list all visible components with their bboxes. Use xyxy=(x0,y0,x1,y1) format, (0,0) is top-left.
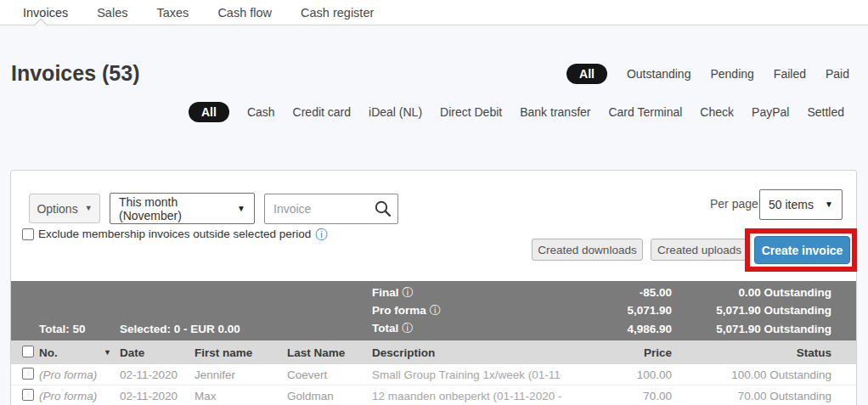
status-filter-pending[interactable]: Pending xyxy=(710,67,753,81)
status-filter-paid[interactable]: Paid xyxy=(826,67,849,81)
payment-filter-ideal[interactable]: iDeal (NL) xyxy=(369,105,422,119)
cell-status: 70.00 Outstanding xyxy=(672,390,831,402)
status-filter-outstanding[interactable]: Outstanding xyxy=(627,67,691,81)
chevron-down-icon: ▼ xyxy=(85,205,93,212)
nav-item-sales[interactable]: Sales xyxy=(97,6,127,20)
payment-filter-check[interactable]: Check xyxy=(700,105,734,119)
table-row[interactable]: (Pro forma) 02-11-2020 Jennifer Coevert … xyxy=(11,364,856,385)
chevron-down-icon: ▼ xyxy=(237,205,245,213)
row-checkbox[interactable] xyxy=(22,389,34,401)
payment-filter-all[interactable]: All xyxy=(189,102,229,122)
cell-description: 12 maanden onbeperkt (01-11-2020 - 30-11… xyxy=(372,390,561,402)
column-no[interactable]: No. xyxy=(39,346,58,359)
search-icon[interactable] xyxy=(374,200,392,218)
payment-filter-cash[interactable]: Cash xyxy=(247,105,275,119)
summary-total-amount: 4,986.90 xyxy=(561,323,672,335)
per-page-label: Per page: xyxy=(710,197,762,211)
payment-filter-credit-card[interactable]: Credit card xyxy=(293,105,351,119)
nav-item-invoices[interactable]: Invoices xyxy=(23,6,68,20)
column-first-name[interactable]: First name xyxy=(194,346,287,359)
cell-last-name: Goldman xyxy=(287,390,372,402)
nav-item-taxes[interactable]: Taxes xyxy=(156,6,189,20)
summary-final-status: 0.00 Outstanding xyxy=(672,286,831,299)
summary-final-amount: -85.00 xyxy=(561,286,672,299)
summary-final-label: Final xyxy=(372,286,399,299)
summary-proforma-amount: 5,071.90 xyxy=(561,304,672,317)
invoices-page: Invoices Sales Taxes Cash flow Cash regi… xyxy=(0,0,868,405)
chevron-down-icon: ▼ xyxy=(825,200,833,209)
info-icon[interactable]: ⓘ xyxy=(402,322,413,335)
summary-total-count: Total: 50 xyxy=(39,323,120,335)
invoices-panel: Options ▼ This month (November) ▼ Per pa… xyxy=(10,170,857,405)
payment-filter-paypal[interactable]: PayPal xyxy=(752,105,789,119)
period-select-value: This month (November) xyxy=(119,195,237,222)
cell-date: 02-11-2020 xyxy=(120,390,194,402)
summary-proforma-label: Pro forma xyxy=(372,304,426,317)
cell-date: 02-11-2020 xyxy=(120,368,194,381)
top-nav: Invoices Sales Taxes Cash flow Cash regi… xyxy=(0,0,868,25)
info-icon[interactable]: ⓘ xyxy=(315,228,327,240)
payment-filter-row: All Cash Credit card iDeal (NL) Direct D… xyxy=(189,101,844,123)
cell-status: 100.00 Outstanding xyxy=(672,368,831,381)
summary-selected: Selected: 0 - EUR 0.00 xyxy=(120,323,372,335)
created-uploads-button[interactable]: Created uploads xyxy=(651,239,748,261)
invoice-search xyxy=(264,194,398,224)
options-button[interactable]: Options ▼ xyxy=(29,194,100,223)
info-icon[interactable]: ⓘ xyxy=(403,286,414,299)
payment-filter-card-terminal[interactable]: Card Terminal xyxy=(608,105,682,119)
cell-price: 100.00 xyxy=(561,368,672,381)
exclude-membership-checkbox[interactable] xyxy=(22,228,34,240)
summary-row-proforma: Pro formaⓘ 5,071.90 5,071.90 Outstanding xyxy=(11,301,856,319)
payment-filter-direct-debit[interactable]: Direct Debit xyxy=(440,105,502,119)
payment-filter-settled[interactable]: Settled xyxy=(807,105,844,119)
summary-total-label: Total xyxy=(372,322,398,335)
period-select[interactable]: This month (November) ▼ xyxy=(110,193,255,224)
summary-row-final: Finalⓘ -85.00 0.00 Outstanding xyxy=(11,284,856,301)
cell-no: (Pro forma) xyxy=(39,368,120,381)
page-title: Invoices (53) xyxy=(11,61,139,86)
cell-first-name: Max xyxy=(194,390,287,402)
options-button-label: Options xyxy=(37,202,77,216)
cell-price: 70.00 xyxy=(561,390,672,402)
create-invoice-button[interactable]: Create invoice xyxy=(754,236,850,264)
summary-total-status: 5,071.90 Outstanding xyxy=(672,323,831,335)
column-last-name[interactable]: Last Name xyxy=(287,346,372,359)
cell-last-name: Coevert xyxy=(287,368,372,381)
column-price[interactable]: Price xyxy=(561,346,672,359)
nav-item-cash-flow[interactable]: Cash flow xyxy=(217,6,272,20)
cell-first-name: Jennifer xyxy=(194,368,287,381)
table-header: No. ▼ Date First name Last Name Descript… xyxy=(11,340,856,364)
table-row[interactable]: (Pro forma) 02-11-2020 Max Goldman 12 ma… xyxy=(11,385,856,405)
per-page-select-value: 50 items xyxy=(769,198,814,211)
sort-desc-icon[interactable]: ▼ xyxy=(104,348,111,357)
cell-no: (Pro forma) xyxy=(39,390,120,402)
column-date[interactable]: Date xyxy=(120,346,194,359)
exclude-membership-label: Exclude membership invoices outside sele… xyxy=(38,228,311,240)
column-status[interactable]: Status xyxy=(672,346,831,359)
exclude-membership-row: Exclude membership invoices outside sele… xyxy=(22,228,327,240)
column-description[interactable]: Description xyxy=(372,346,561,359)
summary-proforma-status: 5,071.90 Outstanding xyxy=(672,304,831,317)
status-filter-row: All Outstanding Pending Failed Paid xyxy=(566,63,849,85)
status-filter-all[interactable]: All xyxy=(566,64,607,84)
status-filter-failed[interactable]: Failed xyxy=(774,67,806,81)
created-downloads-button[interactable]: Created downloads xyxy=(532,239,643,261)
per-page-select[interactable]: 50 items ▼ xyxy=(759,189,843,220)
summary-bar: Finalⓘ -85.00 0.00 Outstanding Pro forma… xyxy=(11,281,856,340)
select-all-checkbox[interactable] xyxy=(22,346,34,357)
payment-filter-bank-transfer[interactable]: Bank transfer xyxy=(520,105,590,119)
summary-row-total: Total: 50 Selected: 0 - EUR 0.00 Totalⓘ … xyxy=(11,320,856,338)
row-checkbox[interactable] xyxy=(22,368,34,380)
info-icon[interactable]: ⓘ xyxy=(430,304,441,317)
cell-description: Small Group Training 1x/week (01-11-2020… xyxy=(372,368,561,381)
nav-item-cash-register[interactable]: Cash register xyxy=(301,6,374,20)
